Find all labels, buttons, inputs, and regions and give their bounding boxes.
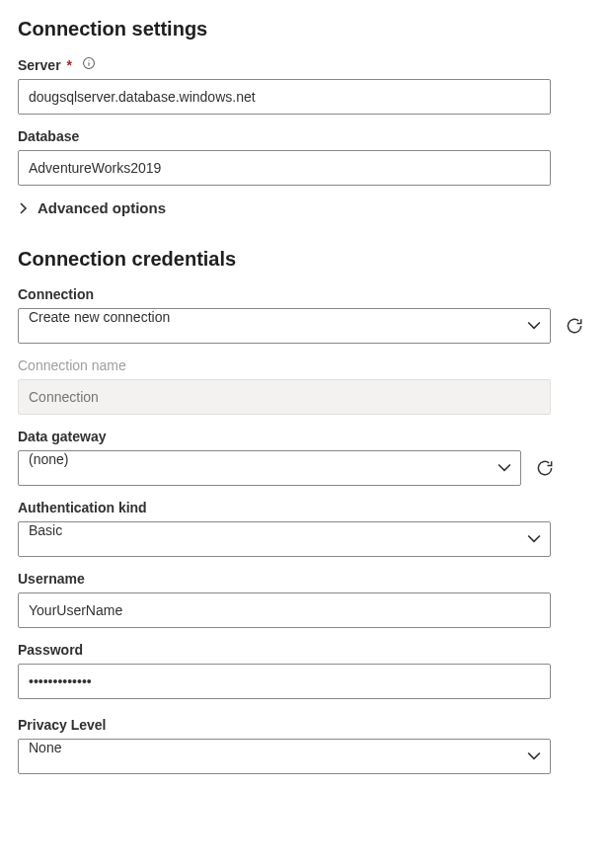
connection-name-label: Connection name [18,357,126,373]
advanced-options-toggle[interactable]: Advanced options [18,199,594,216]
server-input[interactable] [18,79,551,115]
password-label: Password [18,642,83,658]
database-label: Database [18,128,79,144]
username-input[interactable] [18,592,551,628]
refresh-gateway-button[interactable] [531,454,559,482]
privacy-level-select[interactable]: None [18,739,551,774]
connection-settings-heading: Connection settings [18,18,594,40]
username-label: Username [18,571,85,587]
server-label: Server [18,57,61,73]
database-input[interactable] [18,150,551,186]
auth-kind-label: Authentication kind [18,500,147,515]
refresh-icon [535,458,555,478]
svg-point-2 [89,60,90,61]
connection-label: Connection [18,286,94,302]
chevron-right-icon [18,202,30,214]
refresh-connection-button[interactable] [561,312,588,340]
advanced-options-label: Advanced options [38,199,166,216]
data-gateway-select[interactable]: (none) [18,450,521,486]
auth-kind-select[interactable]: Basic [18,521,551,557]
data-gateway-label: Data gateway [18,429,106,444]
privacy-level-label: Privacy Level [18,717,107,733]
refresh-icon [565,316,584,336]
password-input[interactable] [18,664,551,699]
connection-credentials-heading: Connection credentials [18,248,594,271]
required-indicator: * [67,57,72,73]
connection-select[interactable]: Create new connection [18,308,551,344]
connection-name-input [18,379,551,415]
info-icon[interactable] [76,56,96,73]
